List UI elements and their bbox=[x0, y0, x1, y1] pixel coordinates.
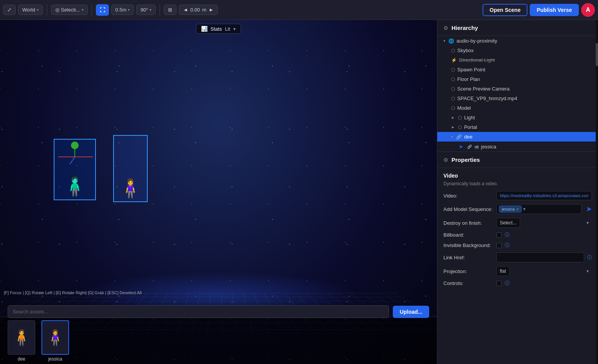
hierarchy-item-light[interactable]: ► ⬡ Light bbox=[437, 113, 598, 122]
tag-input-model-sequence[interactable]: jessica ✕ ▾ bbox=[496, 204, 582, 214]
light-icon: ⬡ bbox=[458, 115, 462, 120]
asset-thumb-dee[interactable]: 🧍 dee bbox=[8, 320, 35, 362]
link-icon-jessica: 🔗 bbox=[467, 145, 472, 149]
size-btn[interactable]: 0.5m ▾ bbox=[111, 5, 134, 15]
prop-checkbox-controls[interactable] bbox=[496, 281, 502, 286]
asset-strip: 🧍 dee 🧍‍♀️ jessica bbox=[0, 318, 437, 364]
prop-video-url-input[interactable] bbox=[496, 191, 592, 200]
expand-dee-icon: ▾ bbox=[451, 135, 453, 139]
prop-checkbox-billboard[interactable] bbox=[496, 232, 502, 238]
selection-label: Selecti... bbox=[61, 7, 80, 13]
prop-label-video: Video: bbox=[443, 193, 493, 199]
hierarchy-label-audio: audio-by-proximity bbox=[456, 38, 497, 44]
grid-view-btn[interactable]: ⊞ bbox=[164, 5, 176, 15]
prop-row-invisible-bg: Invisible Background: ⓘ bbox=[443, 242, 592, 249]
hierarchy-item-space-vp9[interactable]: ⬡ SPACE_VP9_hnmzyd.mp4 bbox=[437, 94, 598, 103]
asset-thumb-jessica[interactable]: 🧍‍♀️ jessica bbox=[41, 320, 69, 362]
prop-select-destroy[interactable]: Select... bbox=[496, 218, 520, 228]
prop-section-video: Video bbox=[443, 173, 592, 179]
avatar-btn[interactable]: A bbox=[581, 3, 595, 17]
prop-label-link-href: Link Href: bbox=[443, 255, 493, 260]
u-btn[interactable]: ⛶ bbox=[96, 4, 109, 16]
transform-mode-btn[interactable]: ⤢ bbox=[3, 5, 16, 15]
hierarchy-item-directional-light[interactable]: ⚡ Directional Light bbox=[437, 55, 598, 65]
hierarchy-item-model[interactable]: ⬡ Model bbox=[437, 103, 598, 113]
hierarchy-label-camera: Scene Preview Camera bbox=[457, 86, 510, 92]
sep-1 bbox=[47, 4, 47, 16]
prop-row-link-href: Link Href: ⓘ bbox=[443, 252, 592, 262]
character-jessica-box[interactable]: 🧍‍♀️ bbox=[113, 135, 148, 202]
angle-btn[interactable]: 90° ▾ bbox=[136, 5, 156, 15]
expand-light-icon: ► bbox=[451, 115, 455, 120]
size-chevron-icon: ▾ bbox=[128, 8, 130, 12]
prop-row-controls: Controls: ⓘ bbox=[443, 280, 592, 287]
asset-search-bar: Upload... bbox=[0, 305, 437, 318]
tag-jessica-close[interactable]: ✕ bbox=[516, 207, 519, 211]
world-label: World bbox=[22, 7, 35, 13]
offset-left-icon[interactable]: ◄ bbox=[183, 7, 188, 13]
offset-controls[interactable]: ◄ 0.00 m ► bbox=[179, 5, 218, 15]
prop-row-model-sequence: Add Model Sequence: jessica ✕ ▾ ➤ bbox=[443, 204, 592, 214]
prop-link-href-input[interactable] bbox=[496, 252, 584, 262]
lit-chevron-icon[interactable]: ▾ bbox=[233, 26, 236, 32]
scrollbar-thumb[interactable] bbox=[596, 43, 598, 66]
prop-select-projection[interactable]: flat bbox=[496, 266, 510, 276]
prop-desc-video: Dynamically loads a video. bbox=[443, 181, 592, 186]
grid-icon: ⊞ bbox=[168, 7, 172, 13]
hierarchy-item-floor-plan[interactable]: ⬡ Floor Plan bbox=[437, 74, 598, 84]
offset-value: 0.00 bbox=[190, 7, 200, 13]
asset-label-jessica: jessica bbox=[48, 356, 63, 362]
right-panel-scrollbar[interactable] bbox=[596, 20, 598, 364]
stats-chart-icon: 📊 bbox=[201, 26, 208, 32]
size-label: 0.5m bbox=[115, 7, 127, 13]
prop-checkbox-invisible-bg[interactable] bbox=[496, 243, 502, 248]
cube-icon-floor: ⬡ bbox=[451, 77, 455, 82]
prop-info-billboard-icon[interactable]: ⓘ bbox=[505, 232, 509, 238]
u-icon: ⛶ bbox=[100, 7, 105, 13]
selection-mode-btn[interactable]: ◎ Selecti... ▾ bbox=[51, 5, 88, 15]
upload-btn[interactable]: Upload... bbox=[393, 306, 429, 318]
bolt-icon: ⚡ bbox=[451, 58, 457, 63]
hierarchy-label-jessica: jessica bbox=[481, 144, 496, 150]
selection-chevron-icon: ▾ bbox=[82, 8, 84, 12]
cube-icon-skybox: ⬡ bbox=[451, 48, 455, 53]
open-scene-btn[interactable]: Open Scene bbox=[483, 4, 527, 16]
shortcuts-bar: [F] Focus | [Q] Rotate Left | [E] Rotate… bbox=[4, 290, 142, 295]
asset-thumb-img-jessica: 🧍‍♀️ bbox=[41, 320, 69, 355]
hierarchy-label-vp9: SPACE_VP9_hnmzyd.mp4 bbox=[457, 96, 517, 101]
target-icon: ◎ bbox=[55, 7, 59, 13]
expand-portal-icon: ► bbox=[451, 125, 455, 129]
hierarchy-item-skybox[interactable]: ⬡ Skybox bbox=[437, 46, 598, 55]
world-mode-btn[interactable]: World ▾ bbox=[18, 5, 43, 15]
properties-settings-icon: ⚙ bbox=[443, 157, 448, 163]
model-icon: ⬡ bbox=[451, 105, 455, 111]
expand-icon: ▾ bbox=[443, 39, 445, 43]
tag-dropdown-btn[interactable]: ▾ bbox=[523, 206, 526, 212]
hierarchy-item-spawn-point[interactable]: ⬡ Spawn Point bbox=[437, 65, 598, 74]
world-chevron-icon: ▾ bbox=[37, 8, 39, 12]
properties-title: Properties bbox=[451, 156, 480, 163]
main-area: 🧍 🧍‍♀️ 📊 Stats Lit ▾ [F] Focus | [Q] Rot… bbox=[0, 20, 598, 364]
prop-row-destroy: Destroy on finish: Select... bbox=[443, 218, 592, 228]
lit-label: Lit bbox=[225, 26, 230, 32]
arrow-right-icon: ➤ bbox=[586, 205, 592, 213]
hierarchy-item-portal[interactable]: ► ⬡ Portal bbox=[437, 122, 598, 132]
prop-row-projection: Projection: flat bbox=[443, 266, 592, 276]
offset-right-icon[interactable]: ► bbox=[209, 7, 214, 13]
prop-info-invisible-bg-icon[interactable]: ⓘ bbox=[505, 242, 509, 249]
hierarchy-header: ⚙ Hierarchy bbox=[437, 20, 598, 36]
sep-2 bbox=[92, 4, 92, 16]
prop-info-link-icon[interactable]: ⓘ bbox=[587, 254, 592, 261]
properties-header: ⚙ Properties bbox=[437, 152, 598, 168]
prop-info-controls-icon[interactable]: ⓘ bbox=[505, 280, 509, 287]
hierarchy-item-jessica[interactable]: ➤ 🔗 📹 jessica bbox=[437, 142, 598, 152]
hierarchy-item-scene-preview-camera[interactable]: ⬡ Scene Preview Camera bbox=[437, 84, 598, 94]
viewport[interactable]: 🧍 🧍‍♀️ 📊 Stats Lit ▾ [F] Focus | [Q] Rot… bbox=[0, 20, 437, 364]
search-assets-input[interactable] bbox=[8, 305, 389, 318]
hierarchy-label-light: Light bbox=[464, 115, 475, 120]
character-dee-box[interactable]: 🧍 bbox=[54, 139, 96, 200]
publish-verse-btn[interactable]: Publish Verse bbox=[530, 4, 579, 16]
prop-label-destroy: Destroy on finish: bbox=[443, 220, 493, 226]
hierarchy-item-audio-by-proximity[interactable]: ▾ 🌐 audio-by-proximity bbox=[437, 36, 598, 46]
hierarchy-item-dee[interactable]: ▾ 🔗 dee bbox=[437, 132, 598, 142]
